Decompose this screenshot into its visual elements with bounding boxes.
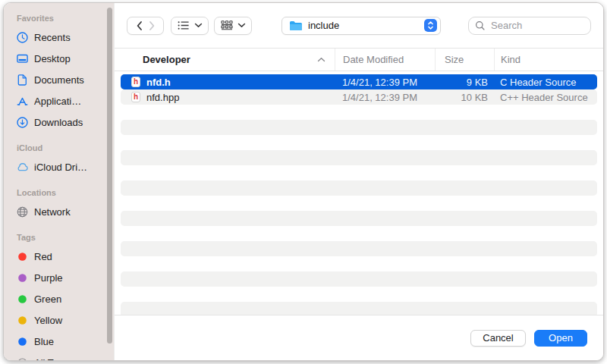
chevron-down-icon [194, 23, 203, 28]
document-icon [16, 74, 29, 86]
sidebar-section-label-icloud: iCloud [17, 142, 114, 154]
sidebar-item-green[interactable]: Green [4, 288, 114, 309]
popup-stepper[interactable] [424, 19, 437, 32]
empty-row [121, 120, 597, 135]
file-open-dialog: FavoritesRecentsDesktopDocumentsApplicat… [3, 2, 604, 361]
sidebar-item-icloud-dri[interactable]: iCloud Dri… [4, 156, 114, 177]
file-kind: C++ Header Source [494, 92, 597, 103]
sidebar-item-label: Network [34, 206, 71, 218]
sidebar-item-desktop[interactable]: Desktop [4, 48, 114, 69]
search-field[interactable] [468, 17, 591, 35]
h-file-icon: h [131, 77, 140, 87]
column-header-label: Developer [143, 54, 190, 65]
empty-row [121, 211, 597, 226]
empty-row [121, 135, 597, 150]
column-header-size[interactable]: Size [435, 49, 494, 71]
column-header-label: Size [445, 54, 464, 65]
main-panel: include DeveloperDate ModifiedSizeKind h… [114, 3, 603, 360]
sidebar-section-label-favorites: Favorites [17, 12, 114, 24]
file-size: 10 KB [435, 92, 494, 103]
sidebar-item-downloads[interactable]: Downloads [4, 111, 114, 133]
empty-row [121, 302, 597, 315]
empty-row [121, 105, 597, 120]
group-view-icon [221, 20, 233, 30]
sidebar-item-label: Applicati… [34, 96, 81, 107]
empty-row [121, 287, 597, 302]
sidebar-item-label: Documents [34, 74, 84, 86]
column-header-label: Date Modified [343, 54, 404, 65]
file-list: hnfd.h1/4/21, 12:39 PM9 KBC Header Sourc… [115, 71, 603, 315]
file-size: 9 KB [435, 77, 494, 88]
group-view-button[interactable] [214, 17, 252, 35]
column-header-date[interactable]: Date Modified [335, 49, 435, 71]
sidebar-item-red[interactable]: Red [4, 246, 114, 267]
up-down-chevron-icon [427, 20, 434, 30]
empty-row [121, 241, 597, 256]
list-view-icon [178, 20, 190, 30]
search-input[interactable] [489, 19, 584, 32]
empty-row [121, 165, 597, 180]
sidebar-section-label-tags: Tags [17, 231, 114, 243]
file-date: 1/4/21, 12:39 PM [335, 92, 435, 103]
sidebar-item-applicati[interactable]: Applicati… [4, 90, 114, 111]
nav-back-forward-group [127, 17, 164, 35]
sidebar-item-documents[interactable]: Documents [4, 69, 114, 90]
toolbar: include [115, 3, 603, 48]
clock-icon [16, 31, 29, 44]
sidebar-item-label: Purple [34, 272, 63, 284]
location-popup-button[interactable]: include [281, 17, 441, 35]
empty-row [121, 196, 597, 211]
globe-icon [16, 206, 29, 218]
column-header-row: DeveloperDate ModifiedSizeKind [115, 49, 603, 71]
empty-row [121, 180, 597, 196]
cloud-icon [16, 161, 29, 174]
open-button[interactable]: Open [534, 330, 587, 347]
back-button[interactable] [136, 20, 143, 31]
file-kind: C Header Source [494, 77, 597, 88]
desktop-icon [16, 52, 29, 65]
footer: Cancel Open [115, 315, 603, 360]
sidebar-item-label: Yellow [34, 315, 62, 326]
column-header-name[interactable]: Developer [115, 49, 335, 71]
sidebar: FavoritesRecentsDesktopDocumentsApplicat… [4, 3, 114, 360]
file-date: 1/4/21, 12:39 PM [335, 77, 435, 88]
tag-dot-icon [16, 293, 29, 306]
all-tags-icon [16, 356, 29, 361]
sidebar-item-blue[interactable]: Blue [4, 331, 114, 352]
search-icon [475, 20, 486, 31]
column-header-label: Kind [501, 54, 521, 65]
list-view-button[interactable] [171, 17, 209, 35]
chevron-right-icon [149, 20, 156, 31]
download-circle-icon [16, 116, 29, 129]
forward-button[interactable] [149, 20, 156, 31]
sort-asc-icon [317, 57, 326, 62]
sidebar-item-label: Green [34, 293, 61, 305]
column-header-kind[interactable]: Kind [494, 49, 603, 71]
file-name-cell: hnfd.hpp [121, 92, 335, 103]
empty-row [121, 256, 597, 271]
file-name: nfd.hpp [146, 92, 179, 103]
file-row-nfd-h[interactable]: hnfd.h1/4/21, 12:39 PM9 KBC Header Sourc… [121, 74, 597, 89]
sidebar-item-network[interactable]: Network [4, 201, 114, 222]
chevron-down-icon [237, 23, 246, 28]
sidebar-item-label: iCloud Dri… [34, 162, 87, 173]
file-name-cell: hnfd.h [121, 77, 335, 88]
sidebar-item-yellow[interactable]: Yellow [4, 309, 114, 331]
tag-dot-icon [16, 335, 29, 348]
sidebar-item-label: Recents [34, 32, 71, 43]
cancel-button[interactable]: Cancel [470, 330, 526, 347]
h-file-icon: h [131, 92, 140, 102]
sidebar-item-purple[interactable]: Purple [4, 267, 114, 288]
sidebar-item-label: Blue [34, 336, 54, 347]
empty-row [121, 150, 597, 165]
appstore-icon [16, 95, 29, 108]
sidebar-item-all-tags[interactable]: All Tags [4, 352, 114, 360]
sidebar-item-label: Red [34, 251, 52, 262]
empty-row [121, 226, 597, 241]
chevron-left-icon [136, 20, 143, 31]
sidebar-scrollbar[interactable] [107, 8, 112, 344]
sidebar-item-label: Downloads [34, 117, 83, 128]
file-row-nfd-hpp[interactable]: hnfd.hpp1/4/21, 12:39 PM10 KBC++ Header … [121, 89, 597, 105]
sidebar-item-recents[interactable]: Recents [4, 27, 114, 48]
tag-dot-icon [16, 271, 29, 284]
